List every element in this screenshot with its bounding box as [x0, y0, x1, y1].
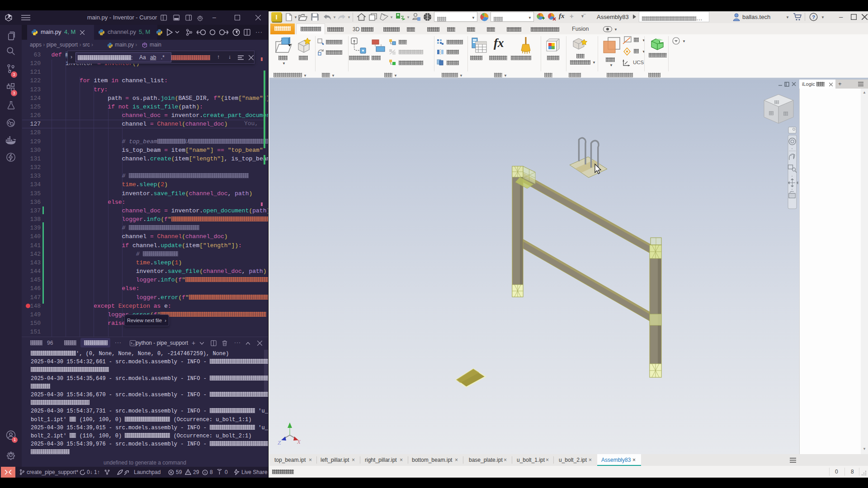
- svg-text:Z: Z: [278, 439, 281, 446]
- svg-text:X: X: [297, 438, 301, 445]
- svg-text:?: ?: [812, 14, 815, 20]
